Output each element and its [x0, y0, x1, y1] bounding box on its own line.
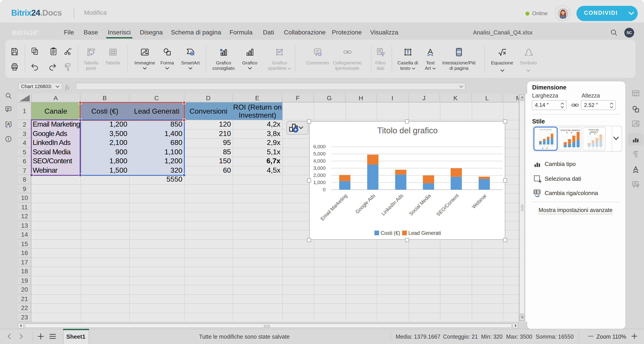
svg-text:2: 2	[592, 147, 594, 148]
svg-text:2: 2	[544, 145, 544, 147]
svg-text:4: 4	[600, 147, 601, 148]
svg-text:Email Marketing: Email Marketing	[319, 193, 348, 222]
svg-text:1: 1	[540, 145, 540, 147]
svg-text:4: 4	[551, 145, 552, 147]
svg-text:0: 0	[323, 187, 325, 192]
svg-text:1: 1	[589, 147, 590, 148]
svg-text:2,000: 2,000	[313, 172, 325, 178]
svg-text:1,000: 1,000	[313, 180, 325, 185]
svg-text:Titolo del grafico: Titolo del grafico	[539, 129, 552, 131]
svg-text:Titolo del grafico: Titolo del grafico	[377, 126, 438, 135]
svg-text:6,000: 6,000	[313, 144, 325, 149]
svg-text:TITOLO DEL GRAFICO: TITOLO DEL GRAFICO	[560, 129, 580, 131]
svg-text:LinkedIn Ads: LinkedIn Ads	[380, 193, 404, 217]
svg-text:SEO/Content: SEO/Content	[435, 193, 460, 217]
svg-text:GRAFICO: GRAFICO	[590, 131, 598, 133]
svg-text:3: 3	[596, 147, 598, 148]
svg-text:3: 3	[548, 145, 548, 147]
svg-text:1: 1	[564, 148, 566, 149]
svg-text:Social Media: Social Media	[408, 193, 432, 217]
svg-text:2: 2	[569, 148, 570, 149]
svg-text:Google Ads: Google Ads	[354, 193, 376, 215]
svg-text:5,000: 5,000	[313, 151, 325, 157]
svg-text:3: 3	[573, 148, 574, 149]
svg-text:Webinar: Webinar	[470, 193, 487, 210]
svg-text:4: 4	[578, 148, 578, 149]
svg-text:Costi (€): Costi (€)	[380, 230, 400, 236]
svg-text:4,000: 4,000	[313, 158, 325, 164]
svg-text:Lead Generati: Lead Generati	[408, 230, 441, 236]
svg-text:TITOLO DEL: TITOLO DEL	[588, 129, 599, 131]
svg-text:3,000: 3,000	[313, 165, 325, 171]
